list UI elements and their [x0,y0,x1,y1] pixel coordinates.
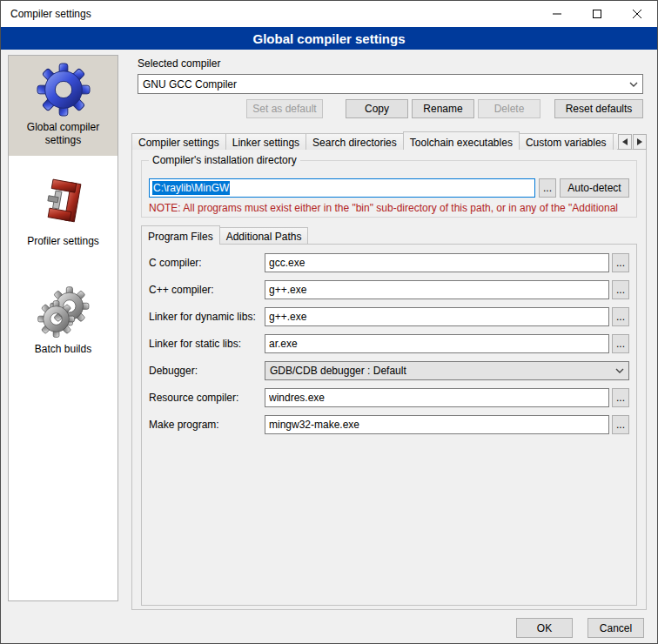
tab-linker-settings[interactable]: Linker settings [225,133,306,150]
cancel-button[interactable]: Cancel [588,618,644,638]
tabs-viewport: Compiler settings Linker settings Search… [131,131,617,150]
copy-button[interactable]: Copy [346,99,408,118]
c-compiler-input[interactable] [265,253,609,272]
resource-compiler-browse-button[interactable]: ... [612,388,629,407]
close-button[interactable] [617,1,657,27]
subtab-strip: Program Files Additional Paths [141,225,307,244]
minimize-button[interactable] [537,1,577,27]
sidebar: Global compiler settings Profiler settin… [8,55,118,601]
dialog-header: Global compiler settings [1,27,657,50]
static-linker-label: Linker for static libs: [149,338,265,350]
field-row-static-linker: Linker for static libs: ... [149,334,629,353]
field-row-make-program: Make program: ... [149,415,629,434]
compiler-combobox-value: GNU GCC Compiler [138,78,625,91]
resource-compiler-input[interactable] [265,388,609,407]
note-text: NOTE: All programs must exist either in … [149,202,635,214]
maximize-icon [593,10,601,18]
delete-button[interactable]: Delete [478,99,540,118]
tab-compiler-settings[interactable]: Compiler settings [131,133,226,150]
chevron-down-icon [625,82,642,87]
tab-scroll-left-button[interactable] [618,134,632,150]
field-row-resource-compiler: Resource compiler: ... [149,388,629,407]
left-arrow-icon [622,138,628,145]
field-row-dynamic-linker: Linker for dynamic libs: ... [149,307,629,326]
minimize-icon [553,10,561,18]
subtab-program-files[interactable]: Program Files [141,225,220,245]
set-as-default-button[interactable]: Set as default [246,99,323,118]
dynamic-linker-input[interactable] [265,307,609,326]
dynamic-linker-label: Linker for dynamic libs: [149,311,265,323]
cpp-compiler-label: C++ compiler: [149,284,265,296]
close-icon [633,10,641,18]
ok-button[interactable]: OK [516,618,573,638]
compiler-settings-window: Compiler settings Global compiler settin… [0,0,658,644]
make-program-browse-button[interactable]: ... [612,415,629,434]
resource-compiler-label: Resource compiler: [149,392,265,404]
profiler-clamp-icon [39,177,88,231]
autodetect-button[interactable]: Auto-detect [560,178,629,198]
debugger-combobox[interactable]: GDB/CDB debugger : Default [265,361,629,380]
toolchain-executables-panel: Compiler's installation directory C:\ray… [131,149,647,610]
install-dir-value: C:\raylib\MinGW [152,181,230,195]
compiler-gear-icon [37,63,91,117]
sidebar-item-label: Profiler settings [15,235,112,248]
chevron-down-icon [611,368,628,373]
window-controls [537,1,657,27]
tab-scroll-right-button[interactable] [633,134,647,150]
compiler-button-row: Set as default Copy Rename Delete Reset … [138,99,643,118]
sidebar-item-label: Global compiler settings [15,121,112,147]
tab-scroll-arrows [617,134,647,150]
tab-toolchain-executables[interactable]: Toolchain executables [403,131,520,150]
maximize-button[interactable] [577,1,617,27]
reset-defaults-button[interactable]: Reset defaults [554,99,643,118]
static-linker-browse-button[interactable]: ... [612,334,629,353]
field-row-debugger: Debugger: GDB/CDB debugger : Default [149,361,629,380]
make-program-label: Make program: [149,419,265,431]
program-files-panel: C compiler: ... C++ compiler: ... Linker… [141,244,637,606]
install-dir-groupbox: Compiler's installation directory C:\ray… [141,160,637,218]
selected-compiler-label: Selected compiler [138,57,220,70]
static-linker-input[interactable] [265,334,609,353]
install-dir-row: C:\raylib\MinGW ... Auto-detect [149,178,629,198]
rename-button[interactable]: Rename [412,99,474,118]
make-program-input[interactable] [265,415,609,434]
tab-search-directories[interactable]: Search directories [306,133,404,150]
subtab-additional-paths[interactable]: Additional Paths [219,227,309,244]
install-dir-group-label: Compiler's installation directory [149,154,300,166]
sidebar-item-label: Batch builds [15,343,112,356]
sidebar-item-global-compiler-settings[interactable]: Global compiler settings [9,56,118,156]
tab-custom-variables[interactable]: Custom variables [519,133,614,150]
tab-strip: Compiler settings Linker settings Search… [131,131,647,150]
debugger-combobox-value: GDB/CDB debugger : Default [265,365,611,377]
batch-builds-gears-icon [37,286,90,339]
sidebar-item-profiler-settings[interactable]: Profiler settings [9,170,118,257]
cpp-compiler-input[interactable] [265,280,609,299]
cpp-compiler-browse-button[interactable]: ... [612,280,629,299]
right-arrow-icon [637,138,642,145]
compiler-combobox[interactable]: GNU GCC Compiler [138,74,643,94]
dynamic-linker-browse-button[interactable]: ... [612,307,629,326]
window-title: Compiler settings [1,8,91,20]
install-dir-input[interactable]: C:\raylib\MinGW [149,178,535,198]
field-row-c-compiler: C compiler: ... [149,253,629,272]
c-compiler-browse-button[interactable]: ... [612,253,629,272]
c-compiler-label: C compiler: [149,257,265,269]
field-row-cpp-compiler: C++ compiler: ... [149,280,629,299]
debugger-label: Debugger: [149,365,265,377]
sidebar-item-batch-builds[interactable]: Batch builds [9,279,118,365]
titlebar: Compiler settings [1,1,657,27]
install-dir-browse-button[interactable]: ... [539,178,556,198]
